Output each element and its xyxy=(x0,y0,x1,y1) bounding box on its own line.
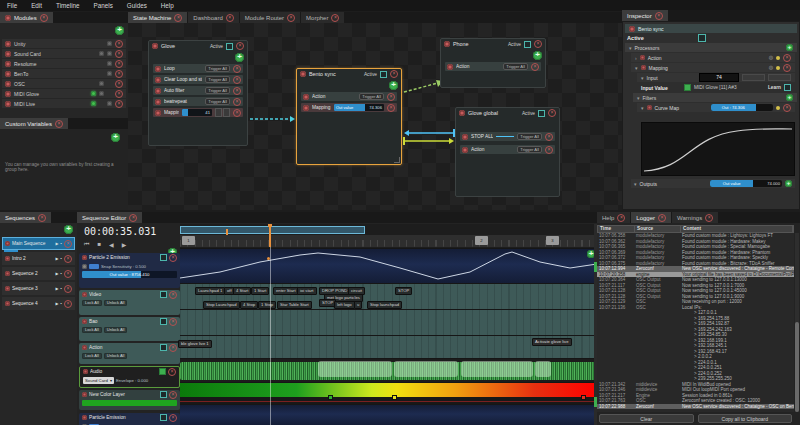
module-enable-icon[interactable] xyxy=(5,61,11,67)
module-row[interactable]: OSC xyxy=(2,79,126,88)
remove-row-icon[interactable] xyxy=(387,104,395,112)
module-row[interactable]: Resolume xyxy=(2,59,126,68)
input-source-value[interactable]: MIDI Glove [11] A#3 xyxy=(694,85,765,90)
lock-all-button[interactable]: Lock All xyxy=(82,327,102,333)
trigger-all-button[interactable]: Trigger All xyxy=(205,65,230,72)
knob-icon[interactable] xyxy=(82,264,87,269)
close-icon[interactable] xyxy=(174,14,182,22)
lane-video[interactable]: Launchpad 1off4 Start1 Startenter Starti… xyxy=(180,283,597,309)
transport-button[interactable]: ◀ xyxy=(109,241,114,248)
mapping-slider[interactable]: Out value74.306 xyxy=(334,104,384,111)
sequence-enable-icon[interactable] xyxy=(5,301,10,306)
add-variable-group-button[interactable] xyxy=(111,133,120,142)
node-row[interactable]: Mapping 41 41 xyxy=(153,108,243,117)
processors-section-header[interactable]: Processors xyxy=(625,43,797,52)
transport-button[interactable]: ■ xyxy=(97,241,101,248)
resize-handle[interactable] xyxy=(394,157,400,163)
sequences-tab[interactable]: Sequences xyxy=(0,212,51,223)
close-icon[interactable] xyxy=(655,12,663,20)
workspace-tab[interactable]: Dashboard xyxy=(188,12,238,23)
track-header-particle2[interactable]: Particle 2 Emission Snap Sensitivity : 0… xyxy=(79,253,180,288)
row-enable-icon[interactable] xyxy=(155,66,161,72)
remove-icon[interactable] xyxy=(783,54,791,62)
module-enable-icon[interactable] xyxy=(5,41,11,47)
log-row[interactable]: 10:07:22.988 Zeroconf New OSC service di… xyxy=(597,404,794,410)
remove-module-icon[interactable] xyxy=(115,70,123,78)
close-icon[interactable] xyxy=(705,214,713,222)
track-enable-icon[interactable] xyxy=(82,319,87,324)
track-header-color[interactable]: New Color Layer xyxy=(79,390,180,410)
remove-track-icon[interactable] xyxy=(168,368,176,376)
collapse-icon[interactable] xyxy=(637,95,640,101)
remove-sequence-icon[interactable] xyxy=(64,270,72,278)
lane-bao[interactable] xyxy=(180,309,597,335)
collapse-icon[interactable] xyxy=(629,45,632,51)
menu-item[interactable]: Panels xyxy=(94,2,113,9)
sequence-enable-icon[interactable] xyxy=(5,286,10,291)
trigger-all-button[interactable]: Trigger All xyxy=(205,87,230,94)
add-output-button[interactable] xyxy=(785,180,792,187)
modules-tab[interactable]: Modules xyxy=(0,12,53,23)
module-enable-icon[interactable] xyxy=(5,91,11,97)
play-icon[interactable]: ▶ xyxy=(56,256,59,261)
add-processor-button[interactable] xyxy=(533,51,542,60)
sequence-enable-icon[interactable] xyxy=(5,241,10,246)
menu-item[interactable]: Help xyxy=(161,2,174,9)
trigger-cue[interactable]: 1 Start xyxy=(251,287,269,295)
track-enable-icon[interactable] xyxy=(82,255,87,260)
row-enable-icon[interactable] xyxy=(303,105,309,111)
track-enable-icon[interactable] xyxy=(83,369,88,374)
processor-enable-icon[interactable] xyxy=(640,55,645,60)
remove-node-icon[interactable] xyxy=(390,70,398,78)
track-enable-icon[interactable] xyxy=(82,292,87,297)
active-checkbox[interactable] xyxy=(524,41,531,48)
row-enable-icon[interactable] xyxy=(155,99,161,105)
lock-all-button[interactable]: Lock All xyxy=(82,300,102,306)
remove-row-icon[interactable] xyxy=(233,65,241,73)
lane-audio[interactable] xyxy=(180,358,597,382)
time-marker[interactable]: 2 xyxy=(475,236,488,245)
remove-module-icon[interactable] xyxy=(115,40,123,48)
action-processor-row[interactable]: Action ◎ xyxy=(631,53,795,62)
node-enable-icon[interactable] xyxy=(152,43,158,49)
sequence-item[interactable]: Sequence 4 ▶ ▪ xyxy=(2,297,75,310)
track-checkbox[interactable] xyxy=(160,391,167,398)
sequence-enable-icon[interactable] xyxy=(5,271,10,276)
timecode-display[interactable]: 00:00:35.031 xyxy=(84,226,156,237)
trigger-all-button[interactable]: Trigger All xyxy=(205,76,230,83)
processor-enable-icon[interactable] xyxy=(641,65,646,70)
time-marker[interactable]: 3 xyxy=(546,236,559,245)
filters-section-header[interactable]: Filters xyxy=(633,93,797,102)
target-icon[interactable]: ◎ xyxy=(769,65,773,70)
remove-track-icon[interactable] xyxy=(169,391,177,399)
stop-icon[interactable]: ▪ xyxy=(61,286,62,291)
target-icon[interactable]: ◎ xyxy=(769,55,773,60)
add-module-button[interactable] xyxy=(115,26,124,35)
track-header-particle[interactable]: Particle Emission Snap Sensitivity : 0.5… xyxy=(79,413,180,425)
remove-sequence-icon[interactable] xyxy=(64,240,72,248)
remove-row-icon[interactable] xyxy=(233,87,241,95)
stop-icon[interactable]: ▪ xyxy=(61,301,62,306)
track-header-audio[interactable]: Audio Sound Card Envelope : 0.000 xyxy=(79,366,180,388)
module-row[interactable]: BenTo xyxy=(2,69,126,78)
node-canvas[interactable]: Glove Active Loop xyxy=(128,23,622,210)
row-enable-icon[interactable] xyxy=(447,64,453,70)
row-enable-icon[interactable] xyxy=(155,77,161,83)
input-value-box[interactable]: 74 xyxy=(699,73,739,82)
close-icon[interactable] xyxy=(287,14,295,22)
close-icon[interactable] xyxy=(658,214,666,222)
trigger-cue[interactable]: Launchpad 1 xyxy=(195,287,225,295)
node-row[interactable]: Action Trigger All xyxy=(445,62,541,71)
menu-item[interactable]: Timeline xyxy=(56,2,80,9)
trigger-cue[interactable]: 4 Stop xyxy=(240,301,258,309)
lock-all-button[interactable]: Lock All xyxy=(82,353,102,359)
node-enable-icon[interactable] xyxy=(300,71,306,77)
row-enable-icon[interactable] xyxy=(462,147,468,153)
remove-row-icon[interactable] xyxy=(531,63,539,71)
audio-clip-selection[interactable] xyxy=(318,361,392,377)
custom-variables-tab[interactable]: Custom Variables xyxy=(0,118,68,129)
trigger-cue[interactable]: left logo xyxy=(334,301,355,309)
track-checkbox[interactable] xyxy=(159,368,166,375)
play-icon[interactable]: ▶ xyxy=(56,286,59,291)
row-enable-icon[interactable] xyxy=(155,110,161,116)
